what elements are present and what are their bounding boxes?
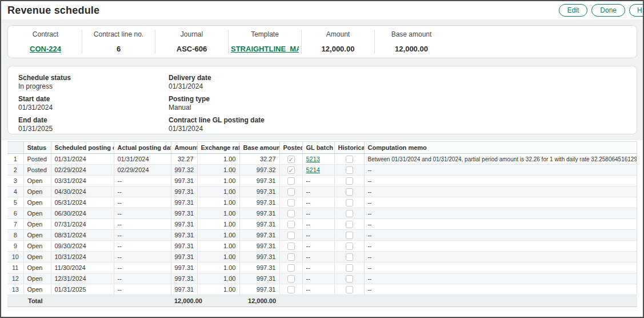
- posted-checkbox-unchecked[interactable]: [287, 275, 295, 283]
- historical-cell: [334, 284, 364, 295]
- amount-cell: 997.31: [171, 230, 197, 241]
- actual_posting_date-cell: --: [114, 263, 171, 273]
- actual_posting_date-cell: --: [114, 219, 171, 230]
- posted-checkbox-checked[interactable]: ✓: [287, 156, 295, 163]
- posted-checkbox-checked[interactable]: ✓: [287, 166, 295, 174]
- posted-cell: [279, 208, 302, 219]
- summary-field-label: Template: [231, 30, 299, 38]
- historical-checkbox-unchecked[interactable]: [346, 221, 353, 228]
- historical-checkbox-unchecked[interactable]: [346, 199, 353, 206]
- gl_batch-cell: --: [302, 208, 334, 219]
- detail-value: 01/31/2025: [18, 125, 169, 133]
- historical-checkbox-unchecked[interactable]: [346, 188, 353, 196]
- exchange_rate-cell: 1.00: [197, 186, 239, 197]
- posted-checkbox-unchecked[interactable]: [287, 286, 295, 293]
- detail-label: Schedule status: [18, 74, 169, 82]
- detail-field-posting-type: Posting typeManual: [169, 95, 265, 112]
- posted-checkbox-unchecked[interactable]: [287, 253, 295, 261]
- status-cell: Posted: [23, 154, 51, 165]
- schedule-table: StatusScheduled posting dateActual posti…: [7, 141, 637, 307]
- summary-field-label: Contract line no.: [85, 30, 153, 38]
- detail-value: 01/31/2024: [18, 104, 169, 112]
- detail-label: Contract line GL posting date: [169, 116, 265, 124]
- historical-checkbox-unchecked[interactable]: [346, 156, 353, 163]
- historical-checkbox-unchecked[interactable]: [346, 210, 353, 217]
- base_amount-cell: 997.31: [239, 252, 279, 263]
- computation_memo-cell: --: [364, 165, 637, 176]
- historical-checkbox-unchecked[interactable]: [346, 243, 353, 250]
- posted-checkbox-unchecked[interactable]: [287, 199, 295, 206]
- computation_memo-cell: --: [364, 230, 637, 241]
- schedule-row: 7Open07/31/2024--997.311.00997.31----: [7, 219, 637, 230]
- details-card: Schedule statusIn progressStart date01/3…: [7, 66, 637, 134]
- base_amount-cell: 997.31: [239, 263, 279, 273]
- help-button[interactable]: H: [629, 4, 643, 17]
- detail-value: In progress: [18, 82, 169, 90]
- schedule-row: 1Posted01/31/202401/31/202432.271.0032.2…: [7, 154, 637, 165]
- title-actions: Edit Done H: [559, 4, 639, 17]
- num-cell: 7: [7, 219, 23, 230]
- edit-button[interactable]: Edit: [559, 4, 588, 17]
- num-cell: 11: [7, 263, 23, 273]
- gl-batch-link[interactable]: 5213: [306, 156, 320, 162]
- detail-field-contract-line-gl-posting-date: Contract line GL posting date01/31/2024: [169, 116, 265, 133]
- historical-checkbox-unchecked[interactable]: [346, 286, 353, 293]
- historical-cell: [334, 230, 364, 241]
- summary-field-value[interactable]: CON-224: [11, 45, 79, 53]
- amount-cell: 997.31: [171, 241, 197, 252]
- num-cell: 6: [7, 208, 23, 219]
- content-upper: ContractCON-224Contract line no.6Journal…: [1, 19, 643, 140]
- posted-checkbox-unchecked[interactable]: [287, 243, 295, 250]
- actual_posting_date-cell: --: [114, 273, 171, 284]
- summary-field-link[interactable]: CON-224: [30, 45, 61, 53]
- amount-cell: 997.31: [171, 176, 197, 186]
- scheduled_posting_date-cell: 10/31/2024: [51, 252, 114, 263]
- historical-checkbox-unchecked[interactable]: [346, 177, 353, 185]
- column-header-gl_batch: GL batch: [302, 142, 334, 154]
- posted-checkbox-unchecked[interactable]: [287, 264, 295, 272]
- posted-cell: [279, 273, 302, 284]
- column-header-exchange_rate: Exchange rate: [197, 142, 239, 154]
- historical-checkbox-unchecked[interactable]: [346, 253, 353, 261]
- historical-checkbox-unchecked[interactable]: [346, 166, 353, 174]
- historical-cell: [334, 263, 364, 273]
- posted-cell: [279, 241, 302, 252]
- done-button[interactable]: Done: [591, 4, 625, 17]
- posted-checkbox-unchecked[interactable]: [287, 210, 295, 217]
- summary-field-value: 6: [85, 45, 153, 53]
- base_amount-cell: 997.31: [239, 284, 279, 295]
- summary-field-value[interactable]: STRAIGHTLINE_MANUAL: [231, 45, 299, 53]
- historical-checkbox-unchecked[interactable]: [346, 264, 353, 272]
- summary-card: ContractCON-224Contract line no.6Journal…: [7, 25, 637, 58]
- amount-cell: 997.31: [171, 252, 197, 263]
- computation_memo-cell: --: [364, 263, 637, 273]
- posted-checkbox-unchecked[interactable]: [287, 188, 295, 196]
- historical-checkbox-unchecked[interactable]: [346, 275, 353, 283]
- column-header-computation_memo: Computation memo: [364, 142, 637, 154]
- summary-field-link[interactable]: STRAIGHTLINE_MANUAL: [231, 45, 299, 53]
- posted-checkbox-unchecked[interactable]: [287, 232, 295, 239]
- computation_memo-cell: --: [364, 176, 637, 186]
- historical-checkbox-unchecked[interactable]: [346, 232, 353, 239]
- historical-cell: [334, 241, 364, 252]
- detail-field-end-date: End date01/31/2025: [18, 116, 169, 133]
- detail-field-start-date: Start date01/31/2024: [18, 95, 169, 112]
- summary-field-contract-line-no-: Contract line no.6: [82, 30, 155, 54]
- total-label: Total: [7, 295, 51, 307]
- computation_memo-cell: --: [364, 241, 637, 252]
- historical-cell: [334, 219, 364, 230]
- computation_memo-cell: --: [364, 186, 637, 197]
- computation_memo-cell: --: [364, 284, 637, 295]
- gl-batch-link[interactable]: 5214: [306, 166, 320, 173]
- posted-checkbox-unchecked[interactable]: [287, 221, 295, 228]
- historical-cell: [334, 273, 364, 284]
- detail-field-delivery-date: Delivery date01/31/2024: [169, 74, 265, 90]
- scheduled_posting_date-cell: 01/31/2025: [51, 284, 114, 295]
- exchange_rate-cell: 1.00: [197, 273, 239, 284]
- posted-checkbox-unchecked[interactable]: [287, 177, 295, 185]
- status-cell: Open: [23, 186, 51, 197]
- base_amount-cell: 997.31: [239, 208, 279, 219]
- status-cell: Open: [23, 176, 51, 186]
- historical-cell: [334, 176, 364, 186]
- total-amount: 12,000.00: [171, 295, 197, 307]
